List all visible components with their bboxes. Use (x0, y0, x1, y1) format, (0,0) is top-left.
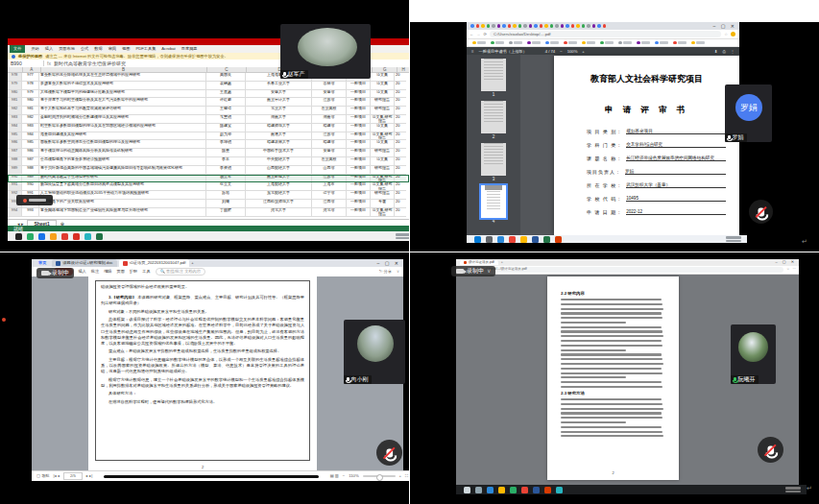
cell-region[interactable]: 辽宁省 (312, 191, 347, 200)
cell-name[interactable]: 袁晓惠 (206, 82, 246, 90)
pdf-tab[interactable]: 设计论证活页.pdf (460, 260, 498, 266)
participant-video-xiangxiaogang[interactable]: 向小刚 (344, 320, 405, 384)
cell-region[interactable]: 山西省 (312, 166, 347, 175)
browser-tab[interactable] (582, 24, 586, 28)
browser-tab[interactable] (470, 24, 474, 28)
cell-type[interactable]: 一般项目 (347, 175, 371, 183)
table-row[interactable]: 986985面板数据半参数空间滞后分位数回归模型的理论及应用研究李坤明福建农林大… (8, 140, 409, 149)
cell-title[interactable]: 网络视角下的产业关联效应研究 (39, 200, 206, 208)
cell-seq[interactable]: 978 (22, 82, 39, 90)
bookmark-item[interactable] (527, 41, 541, 45)
view-mode-icons[interactable]: ▤ ▥ (330, 473, 339, 478)
cell-university[interactable]: 北京大学 (246, 107, 312, 115)
doc-tab[interactable]: 课题设计论证+研究编制.doc (52, 259, 116, 266)
ribbon-tab-5[interactable]: 数据 (94, 46, 102, 51)
bookmark-item[interactable] (600, 41, 614, 45)
cell-form[interactable]: 论文集,研究报告 (371, 208, 395, 217)
star-icon[interactable]: ☆ (724, 32, 728, 36)
cell-title[interactable]: 新时代高等教育学生增值评价研究 (39, 175, 206, 183)
cell-type[interactable]: 一般项目 (347, 107, 371, 115)
cell-name[interactable]: 王星惠 (206, 90, 246, 99)
cell-form[interactable]: 论文集 (371, 124, 395, 132)
cell-type[interactable]: 一般项目 (347, 124, 371, 132)
cell-region[interactable]: 吉林省 (312, 82, 347, 90)
table-row[interactable]: 990989新时代高等教育学生增值评价研究杨立军南京邮电大学江苏省一般项目论文集… (8, 175, 409, 183)
browser-tab[interactable] (603, 24, 607, 28)
cell-title[interactable]: 大规模数据下模型平均的稳健统计推断及应用研究 (39, 90, 206, 99)
cell-name[interactable]: 李丰 (206, 157, 246, 166)
cell-title[interactable]: 基于大数据和机器学习的教育双减政策评估研究 (39, 107, 206, 115)
doc-search-input[interactable]: 🔍 查找/批注 文档内容 (156, 268, 205, 276)
bookmark-item[interactable] (691, 41, 705, 45)
browser-tab[interactable] (566, 24, 569, 28)
table-row[interactable]: 984983时空数据半参数回归模型的理论及其在我国区域经济领域的应用研究陈建宝福… (8, 124, 409, 132)
cell-seq[interactable]: 987 (22, 157, 39, 166)
cell-title[interactable]: 新冠疫情背景下超高维分位数回归结构变点模型及其应用研究 (39, 182, 206, 191)
cell-year[interactable]: 20 (395, 124, 406, 132)
browser-tab[interactable] (476, 24, 480, 28)
cell-university[interactable]: 南通大学 (246, 132, 312, 141)
search-icon[interactable] (475, 487, 482, 493)
table-row[interactable]: 982981基于大数据和机器学习的教育双减政策评估研究王耀琨北京大学在京高校一般… (8, 107, 409, 115)
meeting-app-icon[interactable] (556, 487, 563, 493)
menu-item-0[interactable]: 插入 (78, 269, 85, 274)
bookmark-item[interactable] (472, 41, 486, 45)
menu-item-1[interactable]: 批注 (91, 269, 99, 274)
cell-name[interactable]: 陈建宝 (206, 124, 246, 132)
cell-form[interactable]: 研究报告 (371, 149, 395, 157)
word-icon[interactable] (533, 487, 540, 493)
page-thumbnail-3[interactable] (481, 143, 506, 176)
table-row[interactable]: 991990新冠疫情背景下超高维分位数回归结构变点模型及其应用研究张立文上海财经… (8, 182, 409, 191)
nav-toggle[interactable]: ▢ 导航 (36, 473, 50, 478)
cell-university[interactable]: 上海财经大学 (246, 182, 312, 191)
cell-university[interactable]: 江西科技师范大学 (246, 200, 312, 208)
zoom-in-icon[interactable]: + (582, 49, 584, 54)
browser-tab[interactable] (555, 24, 559, 28)
cell-year[interactable]: 20 (395, 140, 406, 149)
ribbon-tab-1[interactable]: 开始 (31, 46, 38, 51)
bookmark-item[interactable] (509, 41, 522, 45)
cell-name[interactable]: 李俊明 (206, 166, 246, 175)
ribbon-tab-6[interactable]: 审阅 (108, 46, 116, 51)
table-row[interactable]: 993992网络视角下的产业关联效应研究刘珊江西科技师范大学江西省一般项目专著2… (8, 200, 409, 208)
cell-name[interactable]: 许红霞 (206, 98, 246, 107)
table-row[interactable]: 987986基于模块理论的动态网络风险分析及风险传染机制研究陈昱中国科学技术大学… (8, 149, 409, 157)
participant-video-luojuan[interactable]: 罗娟 罗娟 (725, 84, 772, 142)
edge-icon[interactable] (487, 487, 494, 493)
first-page-icon[interactable]: |◂ ◂ (54, 473, 60, 478)
cell-type[interactable]: 一般项目 (347, 149, 371, 157)
pdf-icon[interactable] (555, 236, 562, 243)
cell-university[interactable]: 长春工业大学 (246, 82, 312, 90)
cell-name[interactable]: 赵为华 (206, 132, 246, 141)
cell-year[interactable]: 20 (395, 90, 406, 99)
cell-year[interactable]: 20 (395, 107, 406, 115)
cell-year[interactable]: 20 (395, 115, 406, 124)
browser-tab[interactable] (481, 24, 485, 28)
share-button[interactable]: ⎋ 分享 (379, 269, 392, 274)
cell-form[interactable]: 研究报告 (371, 191, 395, 200)
cell-type[interactable]: 一般项目 (347, 191, 371, 200)
menu-item-5[interactable]: 工具 (142, 269, 150, 274)
print-icon[interactable]: ⎙ (722, 49, 725, 54)
cell-region[interactable]: 江苏省 (312, 98, 347, 107)
pdf-tab[interactable]: 论证活页_20220312001047.pdf (119, 259, 190, 266)
meeting-app-icon[interactable] (84, 233, 91, 240)
pdf-icon[interactable] (73, 233, 80, 240)
browser-tab[interactable] (592, 24, 596, 28)
search-icon[interactable] (486, 236, 493, 243)
menu-item-4[interactable]: 护眼 (130, 269, 137, 274)
cell-form[interactable]: 研究报告 (371, 98, 395, 107)
cell-type[interactable]: 一般项目 (347, 82, 371, 90)
browser-tab[interactable] (513, 24, 517, 28)
cell-form[interactable]: 论文集,研究报告 (371, 175, 395, 183)
more-icon[interactable]: ⋯ (793, 268, 797, 272)
window-controls[interactable]: – ▢ ✕ (775, 260, 796, 264)
cell-seq[interactable]: 981 (22, 107, 39, 115)
cell-year[interactable]: 20 (395, 208, 406, 217)
browser-tab[interactable] (518, 24, 522, 28)
start-icon[interactable] (474, 236, 481, 243)
ribbon-tab-8[interactable]: PDF工具集 (135, 46, 156, 51)
word-icon[interactable] (532, 236, 539, 243)
cell-form[interactable]: 论文集,研究报告 (371, 182, 395, 191)
new-tab-button[interactable]: + (191, 260, 193, 265)
